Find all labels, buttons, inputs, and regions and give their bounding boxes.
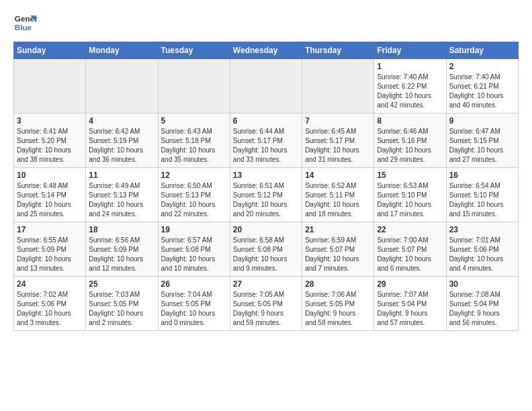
- calendar-cell: 21Sunrise: 6:59 AM Sunset: 5:07 PM Dayli…: [302, 222, 374, 277]
- calendar-cell: 23Sunrise: 7:01 AM Sunset: 5:06 PM Dayli…: [446, 222, 518, 277]
- day-info: Sunrise: 6:43 AM Sunset: 5:18 PM Dayligh…: [161, 127, 227, 165]
- weekday-header-monday: Monday: [86, 42, 158, 59]
- calendar-cell: 19Sunrise: 6:57 AM Sunset: 5:08 PM Dayli…: [158, 222, 230, 277]
- svg-text:Blue: Blue: [15, 23, 32, 32]
- day-number: 18: [89, 225, 154, 234]
- calendar-cell: 4Sunrise: 6:42 AM Sunset: 5:19 PM Daylig…: [86, 113, 158, 168]
- calendar-cell: 15Sunrise: 6:53 AM Sunset: 5:10 PM Dayli…: [374, 168, 446, 222]
- day-info: Sunrise: 6:52 AM Sunset: 5:11 PM Dayligh…: [305, 181, 371, 219]
- calendar-cell: 17Sunrise: 6:55 AM Sunset: 5:09 PM Dayli…: [14, 222, 86, 277]
- day-number: 2: [449, 62, 515, 71]
- day-number: 25: [89, 279, 154, 289]
- calendar-cell: 9Sunrise: 6:47 AM Sunset: 5:15 PM Daylig…: [446, 113, 518, 168]
- day-number: 28: [305, 279, 371, 289]
- calendar-cell: 18Sunrise: 6:56 AM Sunset: 5:09 PM Dayli…: [86, 222, 158, 277]
- day-number: 8: [377, 116, 443, 126]
- day-info: Sunrise: 7:05 AM Sunset: 5:05 PM Dayligh…: [233, 290, 299, 328]
- day-info: Sunrise: 6:50 AM Sunset: 5:13 PM Dayligh…: [161, 181, 227, 219]
- calendar-cell: 12Sunrise: 6:50 AM Sunset: 5:13 PM Dayli…: [158, 168, 230, 222]
- day-number: 22: [377, 225, 443, 234]
- calendar-cell: 20Sunrise: 6:58 AM Sunset: 5:08 PM Dayli…: [230, 222, 302, 277]
- logo-icon: General Blue: [13, 11, 38, 35]
- day-info: Sunrise: 6:55 AM Sunset: 5:09 PM Dayligh…: [17, 236, 83, 273]
- day-number: 14: [305, 171, 371, 180]
- day-number: 27: [233, 279, 299, 289]
- calendar-cell: 10Sunrise: 6:48 AM Sunset: 5:14 PM Dayli…: [14, 168, 86, 222]
- day-info: Sunrise: 7:01 AM Sunset: 5:06 PM Dayligh…: [449, 236, 515, 273]
- week-row-3: 10Sunrise: 6:48 AM Sunset: 5:14 PM Dayli…: [14, 168, 519, 222]
- day-number: 23: [449, 225, 515, 234]
- day-number: 13: [233, 171, 299, 180]
- calendar-cell: [14, 59, 86, 113]
- calendar-cell: 27Sunrise: 7:05 AM Sunset: 5:05 PM Dayli…: [230, 277, 302, 331]
- calendar-cell: 3Sunrise: 6:41 AM Sunset: 5:20 PM Daylig…: [14, 113, 86, 168]
- day-info: Sunrise: 7:08 AM Sunset: 5:04 PM Dayligh…: [449, 290, 515, 328]
- calendar-cell: 2Sunrise: 7:40 AM Sunset: 6:21 PM Daylig…: [446, 59, 518, 113]
- calendar-container: General Blue SundayMondayTuesdayWednesda…: [0, 0, 532, 338]
- day-info: Sunrise: 6:58 AM Sunset: 5:08 PM Dayligh…: [233, 236, 299, 273]
- weekday-header-saturday: Saturday: [446, 42, 518, 59]
- calendar-cell: [86, 59, 158, 113]
- calendar-cell: 1Sunrise: 7:40 AM Sunset: 6:22 PM Daylig…: [374, 59, 446, 113]
- calendar-cell: 8Sunrise: 6:46 AM Sunset: 5:16 PM Daylig…: [374, 113, 446, 168]
- calendar-cell: 28Sunrise: 7:06 AM Sunset: 5:05 PM Dayli…: [302, 277, 374, 331]
- day-info: Sunrise: 6:57 AM Sunset: 5:08 PM Dayligh…: [161, 236, 227, 273]
- calendar-table: SundayMondayTuesdayWednesdayThursdayFrid…: [13, 42, 519, 331]
- calendar-cell: 29Sunrise: 7:07 AM Sunset: 5:04 PM Dayli…: [374, 277, 446, 331]
- day-info: Sunrise: 7:03 AM Sunset: 5:05 PM Dayligh…: [89, 290, 154, 328]
- day-info: Sunrise: 6:41 AM Sunset: 5:20 PM Dayligh…: [17, 127, 83, 165]
- week-row-4: 17Sunrise: 6:55 AM Sunset: 5:09 PM Dayli…: [14, 222, 519, 277]
- day-info: Sunrise: 6:59 AM Sunset: 5:07 PM Dayligh…: [305, 236, 371, 273]
- day-info: Sunrise: 7:04 AM Sunset: 5:05 PM Dayligh…: [161, 290, 227, 328]
- weekday-header-friday: Friday: [374, 42, 446, 59]
- day-number: 30: [449, 279, 515, 289]
- day-number: 9: [449, 116, 515, 126]
- calendar-cell: [230, 59, 302, 113]
- calendar-cell: 6Sunrise: 6:44 AM Sunset: 5:17 PM Daylig…: [230, 113, 302, 168]
- day-number: 15: [377, 171, 443, 180]
- calendar-cell: 16Sunrise: 6:54 AM Sunset: 5:10 PM Dayli…: [446, 168, 518, 222]
- weekday-header-row: SundayMondayTuesdayWednesdayThursdayFrid…: [14, 42, 519, 59]
- calendar-cell: [302, 59, 374, 113]
- logo: General Blue: [13, 11, 39, 35]
- day-info: Sunrise: 6:56 AM Sunset: 5:09 PM Dayligh…: [89, 236, 154, 273]
- day-number: 20: [233, 225, 299, 234]
- day-number: 11: [89, 171, 154, 180]
- day-info: Sunrise: 7:06 AM Sunset: 5:05 PM Dayligh…: [305, 290, 371, 328]
- calendar-cell: 13Sunrise: 6:51 AM Sunset: 5:12 PM Dayli…: [230, 168, 302, 222]
- calendar-cell: 14Sunrise: 6:52 AM Sunset: 5:11 PM Dayli…: [302, 168, 374, 222]
- weekday-header-wednesday: Wednesday: [230, 42, 302, 59]
- day-number: 1: [377, 62, 443, 71]
- day-info: Sunrise: 7:40 AM Sunset: 6:22 PM Dayligh…: [377, 73, 443, 110]
- day-info: Sunrise: 6:47 AM Sunset: 5:15 PM Dayligh…: [449, 127, 515, 165]
- week-row-1: 1Sunrise: 7:40 AM Sunset: 6:22 PM Daylig…: [14, 59, 519, 113]
- calendar-header: General Blue: [13, 11, 519, 35]
- day-number: 26: [161, 279, 227, 289]
- weekday-header-tuesday: Tuesday: [158, 42, 230, 59]
- calendar-cell: 5Sunrise: 6:43 AM Sunset: 5:18 PM Daylig…: [158, 113, 230, 168]
- day-info: Sunrise: 6:53 AM Sunset: 5:10 PM Dayligh…: [377, 181, 443, 219]
- weekday-header-thursday: Thursday: [302, 42, 374, 59]
- day-number: 6: [233, 116, 299, 126]
- calendar-cell: [158, 59, 230, 113]
- day-info: Sunrise: 7:40 AM Sunset: 6:21 PM Dayligh…: [449, 73, 515, 110]
- day-number: 29: [377, 279, 443, 289]
- calendar-cell: 7Sunrise: 6:45 AM Sunset: 5:17 PM Daylig…: [302, 113, 374, 168]
- day-info: Sunrise: 7:00 AM Sunset: 5:07 PM Dayligh…: [377, 236, 443, 273]
- day-info: Sunrise: 6:45 AM Sunset: 5:17 PM Dayligh…: [305, 127, 371, 165]
- day-number: 16: [449, 171, 515, 180]
- week-row-2: 3Sunrise: 6:41 AM Sunset: 5:20 PM Daylig…: [14, 113, 519, 168]
- calendar-cell: 30Sunrise: 7:08 AM Sunset: 5:04 PM Dayli…: [446, 277, 518, 331]
- day-number: 12: [161, 171, 227, 180]
- week-row-5: 24Sunrise: 7:02 AM Sunset: 5:06 PM Dayli…: [14, 277, 519, 331]
- day-number: 4: [89, 116, 154, 126]
- calendar-cell: 25Sunrise: 7:03 AM Sunset: 5:05 PM Dayli…: [86, 277, 158, 331]
- day-number: 3: [17, 116, 83, 126]
- day-info: Sunrise: 6:44 AM Sunset: 5:17 PM Dayligh…: [233, 127, 299, 165]
- day-number: 10: [17, 171, 83, 180]
- weekday-header-sunday: Sunday: [14, 42, 86, 59]
- day-info: Sunrise: 6:51 AM Sunset: 5:12 PM Dayligh…: [233, 181, 299, 219]
- day-info: Sunrise: 6:42 AM Sunset: 5:19 PM Dayligh…: [89, 127, 154, 165]
- calendar-cell: 26Sunrise: 7:04 AM Sunset: 5:05 PM Dayli…: [158, 277, 230, 331]
- day-number: 24: [17, 279, 83, 289]
